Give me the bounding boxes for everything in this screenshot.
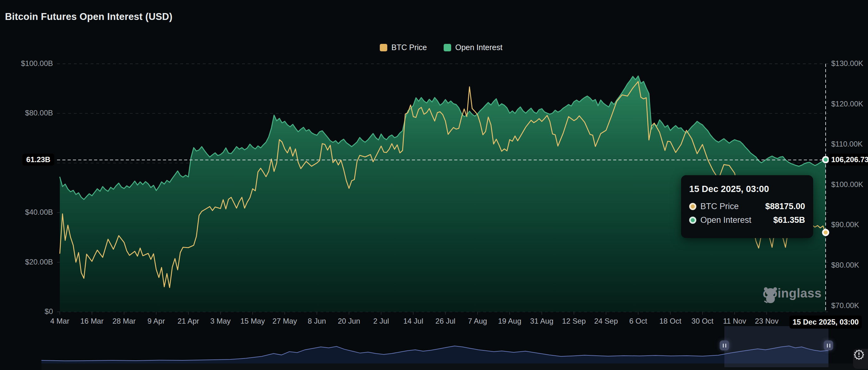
crosshair-right-value-pill: 106,206.73 [829,154,868,166]
tooltip-value: $88175.00 [765,202,805,211]
chart-tooltip: 15 Dec 2025, 03:00 BTC Price $88175.00 O… [681,175,813,238]
tooltip-label: BTC Price [701,202,761,211]
badge-alert-icon [853,349,865,361]
drag-handle-icon [723,343,724,347]
coinglass-watermark: coinglass [763,286,822,300]
drag-handle-icon [829,343,830,347]
coinglass-chart-page: Bitcoin Futures Open Interest (USD) BTC … [0,0,868,370]
drag-handle-icon [827,343,828,347]
navigator-right-handle[interactable] [824,340,833,350]
navigator-left-handle[interactable] [720,340,729,350]
coinglass-bull-icon [763,286,778,306]
crosshair-left-value-pill: 61.23B [23,154,54,166]
chart-settings-button[interactable] [853,349,868,369]
tooltip-row-open-interest: Open Interest $61.35B [689,215,805,225]
tooltip-label: Open Interest [701,215,769,225]
tooltip-value: $61.35B [773,215,805,225]
tooltip-row-btc-price: BTC Price $88175.00 [689,202,805,211]
btc-price-dot-icon [689,203,696,210]
navigator-selected-range[interactable] [724,326,829,367]
tooltip-date: 15 Dec 2025, 03:00 [689,184,805,194]
crosshair-date-pill: 15 Dec 2025, 03:00 [789,315,862,329]
drag-handle-icon [725,343,726,347]
open-interest-dot-icon [689,216,696,224]
